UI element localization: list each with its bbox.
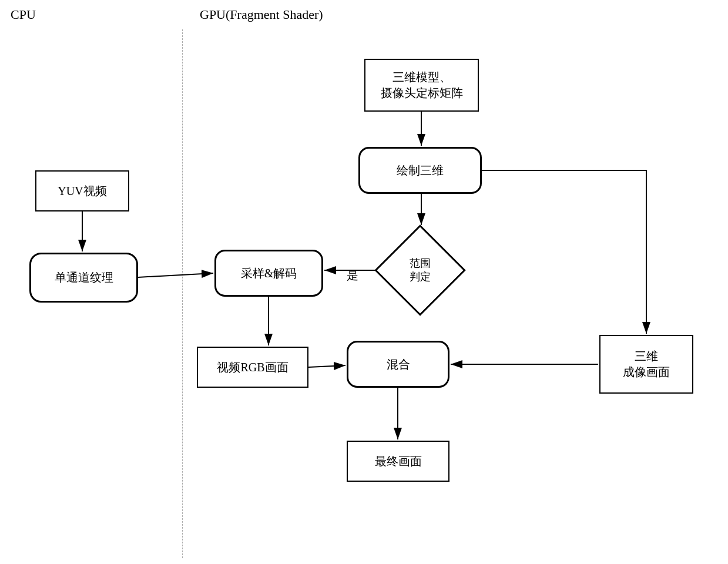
model-matrix-box: 三维模型、 摄像头定标矩阵 bbox=[364, 59, 479, 112]
sample-decode-box: 采样&解码 bbox=[214, 250, 323, 297]
yes-label: 是 bbox=[347, 267, 358, 283]
svg-line-2 bbox=[138, 273, 213, 277]
cpu-label: CPU bbox=[11, 7, 36, 22]
render-3d-box: 绘制三维 bbox=[358, 147, 482, 194]
diagram-container: CPU GPU(Fragment Shader) YUV视频 单通道纹理 三维模… bbox=[0, 0, 728, 564]
range-judge-text: 范围 判定 bbox=[397, 257, 444, 284]
single-texture-box: 单通道纹理 bbox=[29, 253, 138, 303]
render-image-box: 三维 成像画面 bbox=[599, 335, 693, 394]
section-divider bbox=[182, 29, 183, 558]
gpu-label: GPU(Fragment Shader) bbox=[200, 7, 323, 22]
yuv-box: YUV视频 bbox=[35, 170, 129, 212]
svg-line-7 bbox=[308, 365, 345, 367]
final-box: 最终画面 bbox=[347, 441, 449, 482]
mix-box: 混合 bbox=[347, 341, 449, 388]
range-judge-wrapper: 范围 判定 bbox=[376, 226, 464, 314]
video-rgb-box: 视频RGB画面 bbox=[197, 347, 308, 388]
